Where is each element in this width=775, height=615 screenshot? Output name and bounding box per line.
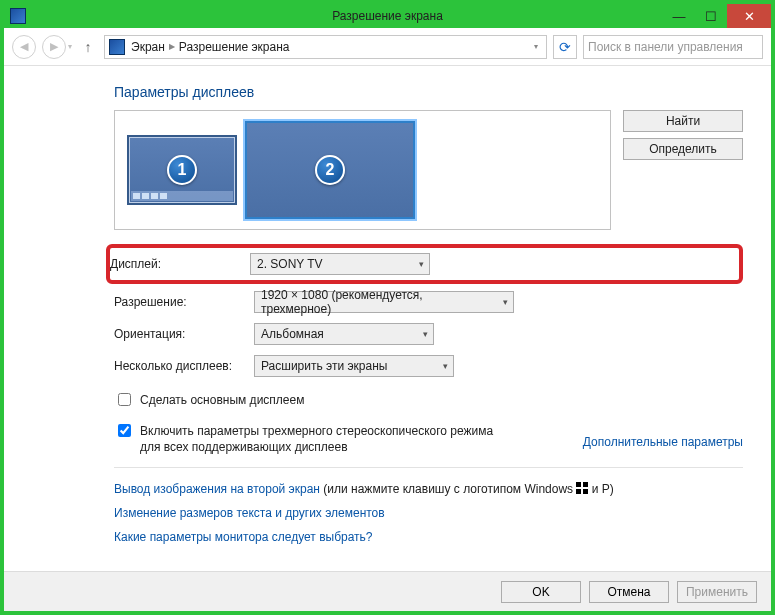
make-primary-checkbox[interactable] (118, 393, 131, 406)
stereo-checkbox[interactable] (118, 424, 131, 437)
monitor-2[interactable]: 2 (245, 121, 415, 219)
up-button[interactable]: ↑ (78, 37, 98, 57)
detect-button[interactable]: Определить (623, 138, 743, 160)
project-link[interactable]: Вывод изображения на второй экран (114, 482, 320, 496)
stereo-label: Включить параметры трехмерного стереоско… (140, 423, 494, 455)
separator (114, 467, 743, 468)
stereo-row: Включить параметры трехмерного стереоско… (114, 423, 494, 455)
find-button[interactable]: Найти (623, 110, 743, 132)
minimize-button[interactable]: — (663, 4, 695, 28)
display-preview[interactable]: 1 2 (114, 110, 611, 230)
orientation-row: Ориентация: Альбомная (114, 318, 743, 350)
display-icon (109, 39, 125, 55)
display-preview-row: 1 2 Найти Определить (114, 110, 743, 230)
highlight-annotation: Дисплей: 2. SONY TV (106, 244, 743, 284)
monitor-1[interactable]: 1 (127, 135, 237, 205)
monitor-number-badge: 1 (167, 155, 197, 185)
resolution-label: Разрешение: (114, 295, 244, 309)
breadcrumb-dropdown-icon[interactable]: ▾ (530, 42, 542, 51)
titlebar: Разрешение экрана — ☐ ✕ (4, 4, 771, 28)
history-dropdown-icon[interactable]: ▾ (68, 42, 72, 51)
monitor-number-badge: 2 (315, 155, 345, 185)
ok-button[interactable]: OK (501, 581, 581, 603)
resolution-dropdown[interactable]: 1920 × 1080 (рекомендуется, трехмерное) (254, 291, 514, 313)
app-icon (10, 8, 26, 24)
make-primary-label: Сделать основным дисплеем (140, 392, 304, 408)
make-primary-row: Сделать основным дисплеем (114, 392, 743, 409)
form-area: Дисплей: 2. SONY TV Разрешение: 1920 × 1… (114, 244, 743, 544)
chevron-right-icon: ▶ (169, 42, 175, 51)
multi-display-label: Несколько дисплеев: (114, 359, 244, 373)
window-title: Разрешение экрана (4, 9, 771, 23)
maximize-button[interactable]: ☐ (695, 4, 727, 28)
window: Разрешение экрана — ☐ ✕ ◀ ▶ ▾ ↑ Экран ▶ … (0, 0, 775, 615)
search-placeholder: Поиск в панели управления (588, 40, 743, 54)
window-controls: — ☐ ✕ (663, 4, 771, 28)
windows-key-icon (576, 482, 588, 494)
page-heading: Параметры дисплеев (114, 84, 743, 100)
close-button[interactable]: ✕ (727, 4, 771, 28)
project-line: Вывод изображения на второй экран (или н… (114, 482, 743, 496)
breadcrumb-item[interactable]: Разрешение экрана (179, 40, 290, 54)
multi-display-dropdown[interactable]: Расширить эти экраны (254, 355, 454, 377)
multi-display-row: Несколько дисплеев: Расширить эти экраны (114, 350, 743, 382)
refresh-button[interactable]: ⟳ (553, 35, 577, 59)
orientation-label: Ориентация: (114, 327, 244, 341)
footer: OK Отмена Применить (4, 571, 771, 611)
search-input[interactable]: Поиск в панели управления (583, 35, 763, 59)
text-size-link[interactable]: Изменение размеров текста и других элеме… (114, 506, 743, 520)
which-settings-link[interactable]: Какие параметры монитора следует выбрать… (114, 530, 743, 544)
forward-button[interactable]: ▶ (42, 35, 66, 59)
apply-button[interactable]: Применить (677, 581, 757, 603)
preview-side-buttons: Найти Определить (623, 110, 743, 160)
links-block: Вывод изображения на второй экран (или н… (114, 482, 743, 544)
advanced-settings-link[interactable]: Дополнительные параметры (583, 435, 743, 449)
breadcrumb[interactable]: Экран ▶ Разрешение экрана ▾ (104, 35, 547, 59)
back-button[interactable]: ◀ (12, 35, 36, 59)
display-dropdown[interactable]: 2. SONY TV (250, 253, 430, 275)
display-label: Дисплей: (110, 257, 240, 271)
taskbar-icon (131, 191, 233, 201)
resolution-row: Разрешение: 1920 × 1080 (рекомендуется, … (114, 286, 743, 318)
breadcrumb-item[interactable]: Экран (131, 40, 165, 54)
orientation-dropdown[interactable]: Альбомная (254, 323, 434, 345)
address-bar: ◀ ▶ ▾ ↑ Экран ▶ Разрешение экрана ▾ ⟳ По… (4, 28, 771, 66)
display-row: Дисплей: 2. SONY TV (110, 250, 733, 278)
cancel-button[interactable]: Отмена (589, 581, 669, 603)
stereo-and-advanced-row: Включить параметры трехмерного стереоско… (114, 415, 743, 455)
content-area: Параметры дисплеев 1 2 Найти Определить … (4, 66, 771, 571)
